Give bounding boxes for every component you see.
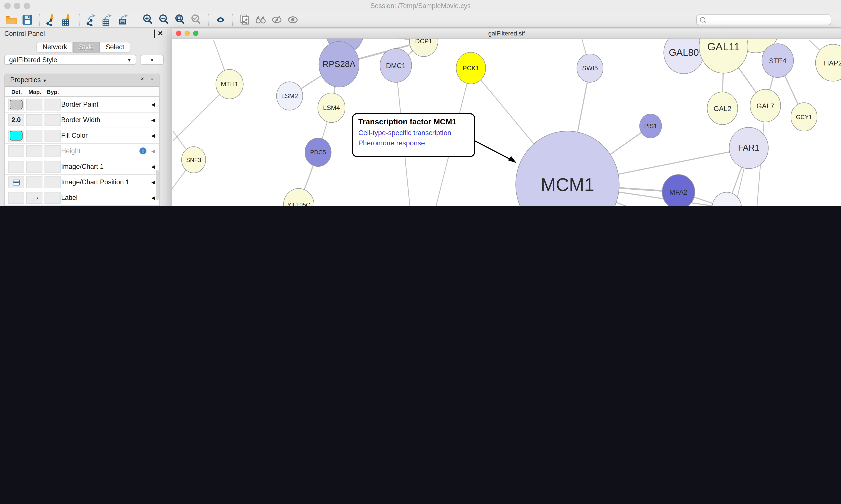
cytoscape-app: Session: /Temp/SampleMovie.cys Control P… — [0, 0, 841, 206]
zoom-in-icon[interactable] — [140, 13, 156, 27]
search-field[interactable] — [696, 14, 831, 25]
default-cell[interactable] — [8, 192, 24, 204]
bypass-cell[interactable] — [44, 177, 60, 188]
bypass-cell[interactable] — [44, 99, 60, 111]
expand-row-icon[interactable]: ◀ — [151, 102, 155, 107]
zoom-out-icon[interactable] — [156, 13, 172, 27]
import-table-icon[interactable] — [59, 13, 75, 27]
first-neighbors-icon[interactable] — [252, 13, 269, 27]
node-pis1[interactable]: PIS1 — [639, 114, 662, 138]
node-label: SNF3 — [186, 157, 201, 163]
show-all-icon[interactable] — [285, 13, 301, 27]
export-network-icon[interactable] — [84, 13, 100, 27]
tab-style[interactable]: Style — [73, 42, 100, 53]
default-cell[interactable]: 2.0 — [8, 114, 24, 126]
default-cell[interactable] — [8, 99, 24, 111]
zoom-selected-icon[interactable] — [189, 13, 204, 27]
search-icon — [700, 17, 705, 22]
node-label: GAL7 — [756, 102, 774, 110]
properties-header[interactable]: Properties ▼ » » — [5, 74, 159, 87]
properties-title: Properties — [10, 76, 41, 84]
import-network-icon[interactable] — [43, 13, 59, 27]
node-label: GAL2 — [714, 104, 731, 112]
mapping-cell[interactable] — [26, 177, 42, 188]
node-ste4[interactable]: STE4 — [762, 43, 794, 78]
clone-network-icon[interactable] — [236, 13, 252, 27]
node-mth1[interactable]: MTH1 — [215, 69, 243, 99]
export-image-icon[interactable] — [116, 13, 132, 27]
annotation-box[interactable]: Transcription factor MCM1Cell-type-speci… — [352, 113, 475, 157]
expand-row-icon[interactable]: ◀ — [151, 195, 155, 200]
node-label: GAL80 — [669, 47, 699, 58]
default-value: 2.0 — [12, 116, 21, 124]
default-cell[interactable] — [8, 130, 24, 142]
zoom-fit-icon[interactable] — [172, 13, 188, 27]
expand-row-icon[interactable]: ◀ — [151, 118, 155, 123]
mapping-cell[interactable] — [26, 99, 42, 111]
node-gal2[interactable]: GAL2 — [707, 92, 738, 125]
property-label: Border Width — [61, 116, 100, 124]
node-rps28a[interactable]: RPS28A — [319, 41, 359, 88]
property-label: Border Paint — [61, 101, 99, 108]
color-swatch — [10, 100, 22, 109]
info-icon[interactable]: i — [140, 147, 146, 154]
property-row-fill-color[interactable]: Fill Color◀ — [5, 128, 159, 144]
search-input[interactable] — [708, 16, 828, 23]
node-far1[interactable]: FAR1 — [729, 127, 769, 169]
collapse-all-icon[interactable]: » — [148, 77, 155, 80]
open-session-icon[interactable] — [3, 13, 19, 27]
position-icon — [13, 179, 20, 185]
node-label: DMC1 — [386, 61, 406, 69]
node-gal7[interactable]: GAL7 — [750, 89, 781, 122]
expand-row-icon[interactable]: ◀ — [151, 164, 155, 169]
property-row-border-paint[interactable]: Border Paint◀ — [5, 97, 159, 112]
mapping-cell[interactable] — [26, 114, 42, 126]
refresh-view-icon[interactable] — [212, 13, 229, 27]
node-swi5[interactable]: SWI5 — [577, 54, 603, 83]
float-panel-icon[interactable] — [154, 31, 155, 37]
bypass-cell[interactable] — [44, 192, 60, 204]
default-cell[interactable] — [8, 145, 24, 157]
node-gcy1[interactable]: GCY1 — [791, 103, 817, 131]
default-cell[interactable] — [8, 161, 24, 173]
node-label: RPS28A — [323, 59, 355, 69]
style-options-button[interactable]: ▼ — [141, 55, 164, 65]
property-row-label[interactable]: ⋮›Label◀ — [5, 190, 159, 206]
property-row-image-chart-position-1[interactable]: Image/Chart Position 1◀ — [5, 175, 159, 190]
tab-network[interactable]: Network — [37, 42, 73, 53]
hide-selected-icon[interactable] — [269, 13, 285, 27]
property-row-height[interactable]: Heighti◀ — [5, 144, 159, 159]
property-row-image-chart-1[interactable]: Image/Chart 1◀ — [5, 159, 159, 175]
node-lsm4[interactable]: LSM4 — [318, 93, 345, 123]
node-snf3[interactable]: SNF3 — [181, 146, 206, 173]
node-dmc1[interactable]: DMC1 — [380, 48, 412, 83]
close-panel-icon[interactable]: ✕ — [158, 30, 163, 36]
node-pdc5[interactable]: PDC5 — [305, 138, 332, 167]
export-table-icon[interactable] — [100, 13, 116, 27]
bypass-cell[interactable] — [44, 114, 60, 126]
mapping-cell[interactable] — [26, 145, 42, 157]
expand-row-icon[interactable]: ◀ — [151, 133, 155, 138]
bypass-cell[interactable] — [44, 130, 60, 142]
expand-row-icon[interactable]: ◀ — [151, 180, 155, 185]
default-cell[interactable] — [8, 177, 24, 188]
mapping-cell[interactable]: ⋮› — [26, 192, 42, 204]
style-selector[interactable]: galFiltered Style ▼ — [4, 55, 136, 65]
expand-all-icon[interactable]: » — [140, 77, 146, 80]
expand-row-icon[interactable]: ◀ — [151, 148, 155, 154]
network-canvas[interactable]: RPS28BDCP1RPS28ADMC1PCK1MTH1LSM2LSM4SNF3… — [172, 38, 841, 206]
bypass-cell[interactable] — [44, 161, 60, 173]
annotation-link[interactable]: Cell-type-specific transcription — [358, 128, 469, 138]
annotation-link[interactable]: Pheromone response — [358, 138, 469, 148]
properties-scrollbar[interactable] — [156, 170, 159, 200]
node-lsm2[interactable]: LSM2 — [276, 82, 303, 110]
tab-select[interactable]: Select — [100, 42, 130, 53]
mapping-cell[interactable] — [26, 130, 42, 142]
node-pck1[interactable]: PCK1 — [456, 52, 486, 84]
passthrough-mapping-icon: ⋮› — [31, 194, 38, 201]
property-row-border-width[interactable]: 2.0Border Width◀ — [5, 112, 159, 128]
bypass-cell[interactable] — [44, 145, 60, 157]
network-window-titlebar[interactable]: galFiltered.sif — [172, 29, 841, 39]
mapping-cell[interactable] — [26, 161, 42, 173]
save-session-icon[interactable] — [19, 13, 35, 27]
